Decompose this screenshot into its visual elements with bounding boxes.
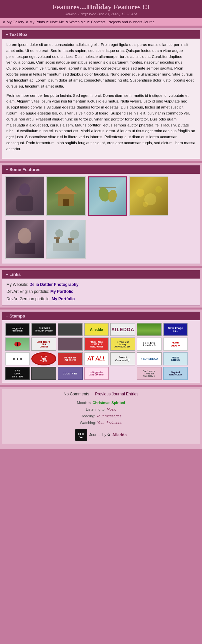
textbox-para-1: Lorem ipsum dolor sit amet, consectetur … [6,42,196,90]
links-section: + Links My Website: Delia Dattler Photog… [2,270,200,306]
stamp-thanks[interactable]: I ♥ ○○ ERST H A N K S [137,337,162,351]
gallery-img-bokeh [130,177,168,215]
stamp-dots[interactable]: ● ● ● [5,352,30,365]
stamp-save-image[interactable]: Save imageas... [163,323,188,336]
stamp-grass[interactable] [137,323,162,336]
spacer-3 [0,266,202,268]
svg-point-8 [136,189,144,197]
gallery-img-park [47,220,85,258]
svg-point-10 [155,186,162,193]
nav-arrow-1: ✿ [3,20,5,24]
journal-by-row: Journal by ✿ Ailedda [5,429,197,441]
gallery-image-2[interactable] [46,176,86,216]
stamp-car[interactable] [58,337,83,351]
stamp-countries[interactable]: COUNTRIES [58,367,83,380]
watching-row: Watching: Your deviations [5,420,197,426]
gallery-container[interactable] [2,174,200,264]
stamp-fight-aids[interactable]: FIGHTAIDS ♥ [163,337,188,351]
stamp-supereau[interactable]: + SUPEREAU [137,352,162,365]
stamp-the-link-system[interactable]: THELINKSYSTEM [5,367,30,380]
nav-item-prints[interactable]: My Prints [30,20,45,24]
gallery-img-leaves [89,177,126,215]
mood-value: Christmas Spirited [92,401,125,405]
spacer-2 [0,161,202,163]
inner-wrapper: Features....Holiday Features !!! Journal… [0,0,202,449]
link-label-3: DevArt German portfolio: [6,297,52,301]
page-subtitle: Journal Entry: Wed Dec 23, 2009, 12:23 A… [1,12,201,16]
svg-rect-1 [16,196,33,211]
gallery-image-3[interactable] [88,176,127,216]
gallery-img-house [47,177,85,215]
nav-item-contests[interactable]: Contests, Projects and Winners Journal [91,20,155,24]
navigation-bar: ✿ My Gallery ✿ My Prints ✿ Note Me ✿ Wat… [0,18,202,26]
mood-row: Mood: ☃ Christmas Spirited [5,400,197,406]
gallery-image-4[interactable] [129,176,168,216]
stamp-ailedda-2[interactable]: AILEDDA [110,323,135,336]
gallery-image-5[interactable] [5,220,44,259]
author-avatar [75,429,87,441]
watching-label: Watching: [80,421,96,425]
footer-separator: | [92,392,94,396]
stamp-suggest-deviation[interactable]: suggest adevIatIon [5,323,30,336]
spacer-1 [0,26,202,28]
link-label-1: My Website: [6,282,29,287]
stamps-header: + Stamps [2,312,200,320]
stamp-appreciated[interactable]: ☺ Your visitis veryAPPRECIATED!! [110,337,135,351]
svg-marker-2 [54,186,78,194]
svg-rect-13 [15,243,35,254]
status-area: Mood: ☃ Christmas Spirited Listening to:… [5,400,197,426]
svg-point-11 [143,202,148,207]
gallery-image-6[interactable] [46,220,86,259]
stamp-suggest-daily[interactable]: ♥ Suggest aDaily Deviation [84,367,109,380]
nav-item-note[interactable]: Note Me [50,20,64,24]
stamp-ladybug[interactable] [5,337,30,351]
nav-item-watch[interactable]: Watch Me [69,20,86,24]
stamp-press-ethics[interactable]: PRESSETHICS [163,352,188,365]
spacer-5 [0,385,202,387]
gallery-img-face [6,220,44,258]
svg-point-21 [77,431,86,439]
textbox-para-2: Proin semper semper leo porta lacinia. S… [6,93,196,152]
page-wrapper: Features....Holiday Features !!! Journal… [0,0,202,644]
svg-point-25 [82,433,84,435]
svg-point-7 [107,189,118,203]
link-row-3: DevArt German portfolio: My Portfolio [6,296,196,303]
stamp-blank-dark[interactable] [31,367,56,380]
reading-label: Reading: [81,414,95,418]
links-header: + Links [2,270,200,279]
svg-point-0 [19,183,30,195]
nav-arrow-2: ✿ [26,20,28,24]
svg-point-19 [70,230,79,239]
nav-item-gallery[interactable]: My Gallery [7,20,24,24]
stamps-section: + Stamps suggest adevIatIon I SUPPORTThe… [2,312,200,383]
stamp-project-comment[interactable]: ProjectComment 💬 [110,352,135,365]
stamp-dark-1[interactable] [58,323,83,336]
footer-links: No Comments | Previous Journal Entries [5,392,197,396]
stamp-ailedda-1[interactable]: Ailedda [84,323,109,336]
stamp-dont-worry[interactable]: Don't worry!I love mywatchers. ☺ [137,367,162,380]
stamp-im-against[interactable]: IM AgainstArt Theft!! [58,352,83,365]
stamps-content: suggest adevIatIon I SUPPORTThe Link Sys… [2,320,200,383]
stamp-sky-nature[interactable]: SkyAndNatureClub [163,367,188,380]
stamp-art-theft[interactable]: ART THEFTIS ACRIME! [31,337,56,351]
listening-label: Listening to: [86,407,105,411]
link-row-1: My Website: Delia Dattler Photography [6,281,196,289]
stamp-link-system[interactable]: I SUPPORTThe Link System [31,323,56,336]
links-content: My Website: Delia Dattler Photography De… [2,279,200,306]
gallery-image-1[interactable] [5,176,44,216]
stamp-at-all[interactable]: AT ALL [84,352,109,365]
listening-row: Listening to: Music [5,406,197,413]
link-german-portfolio[interactable]: My Portfolio [52,297,75,301]
nav-arrow-3: ✿ [46,20,49,24]
stamp-stop-art-theft[interactable]: STOPARTTHEFT [31,352,56,365]
link-website[interactable]: Delia Dattler Photography [29,282,78,287]
mood-icon: ☃ [88,401,92,405]
link-english-portfolio[interactable]: My Portfolio [50,289,73,294]
page-title: Features....Holiday Features !!! [1,3,201,11]
svg-point-20 [55,229,63,237]
svg-point-12 [18,228,31,244]
journal-author[interactable]: Ailedda [112,433,127,437]
prev-journal-entries-link[interactable]: Previous Journal Entries [95,392,138,396]
stamp-free-hugs[interactable]: FREE HUGS☺ WE ALLNEED ONE! [84,337,109,351]
link-row-2: DevArt English portfolio: My Portfolio [6,288,196,296]
